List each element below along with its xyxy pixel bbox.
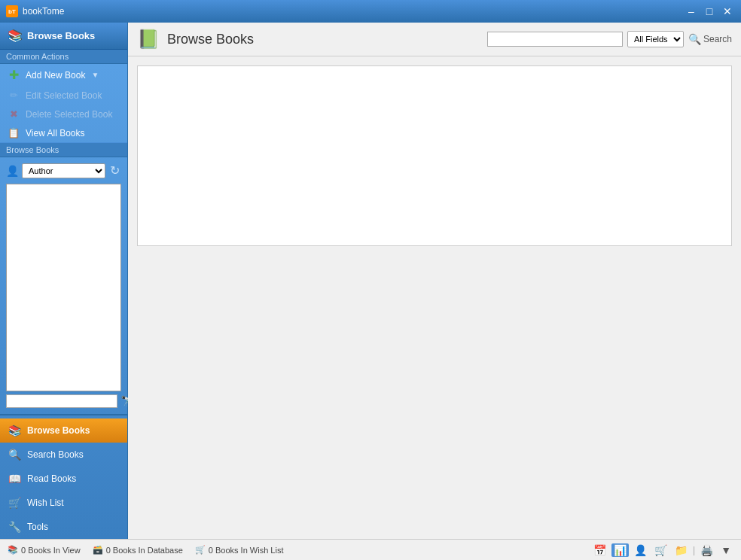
books-in-wishlist-label: 0 Books In Wish List [209, 546, 284, 555]
books-in-view-label: 0 Books In View [21, 546, 81, 555]
status-print-button[interactable]: 🖨️ [698, 543, 715, 557]
browse-search-area: 🔭 [0, 391, 127, 411]
author-select-wrapper: 👤 Author Title Genre Publisher [6, 163, 105, 178]
status-books-in-database: 🗃️ 0 Books In Database [93, 545, 183, 555]
app-logo: bT [6, 5, 18, 17]
nav-item-wish-list[interactable]: 🛒 Wish List [0, 491, 127, 515]
sidebar-item-delete-selected-book[interactable]: ✖ Delete Selected Book [0, 105, 127, 123]
sidebar-book-icon: 📚 [8, 29, 23, 43]
nav-item-browse-books[interactable]: 📚 Browse Books [0, 418, 127, 443]
browse-books-nav-icon: 📚 [8, 425, 21, 437]
status-books-in-wishlist: 🛒 0 Books In Wish List [195, 545, 284, 555]
status-print-arrow-button[interactable]: ▼ [718, 543, 733, 557]
common-actions-label: Common Actions [0, 50, 127, 64]
status-grid-button[interactable]: 📊 [611, 543, 629, 557]
browse-books-nav-label: Browse Books [27, 425, 90, 436]
refresh-button[interactable]: ↻ [108, 162, 121, 179]
page-title: Browse Books [167, 32, 254, 47]
status-folder-button[interactable]: 📁 [672, 543, 690, 557]
sidebar-item-view-all-books[interactable]: 📋 View All Books [0, 123, 127, 142]
search-books-nav-icon: 🔍 [8, 449, 21, 461]
status-bar: 📚 0 Books In View 🗃️ 0 Books In Database… [0, 539, 741, 560]
author-dropdown[interactable]: Author Title Genre Publisher [22, 163, 105, 178]
browse-search-input[interactable] [6, 394, 117, 408]
status-calendar-button[interactable]: 📅 [591, 543, 608, 557]
main-content: 📗 Browse Books All Fields Title Author G… [128, 23, 741, 539]
field-select[interactable]: All Fields Title Author Genre [627, 31, 684, 47]
add-icon: ✚ [8, 68, 20, 82]
wish-list-nav-label: Wish List [27, 498, 64, 508]
search-button-label: Search [703, 34, 732, 44]
sidebar-title: Browse Books [27, 30, 95, 41]
app-title: bookTome [23, 6, 64, 17]
nav-item-read-books[interactable]: 📖 Read Books [0, 467, 127, 491]
books-in-wishlist-icon: 🛒 [195, 545, 206, 555]
close-button[interactable]: ✕ [720, 4, 735, 19]
add-new-book-label: Add New Book [26, 70, 85, 81]
sidebar-item-edit-selected-book[interactable]: ✏ Edit Selected Book [0, 86, 127, 105]
author-icon: 👤 [6, 165, 19, 177]
sidebar-divider [0, 414, 127, 415]
status-items: 📚 0 Books In View 🗃️ 0 Books In Database… [8, 545, 283, 555]
edit-icon: ✏ [8, 90, 20, 101]
status-icon-buttons: 📅 📊 👤 🛒 📁 | 🖨️ ▼ [591, 543, 733, 557]
edit-selected-book-label: Edit Selected Book [26, 90, 102, 101]
books-in-view-icon: 📚 [8, 545, 18, 555]
read-books-nav-label: Read Books [27, 473, 76, 484]
search-button[interactable]: 🔍 Search [688, 33, 732, 45]
books-in-database-icon: 🗃️ [93, 545, 103, 555]
wish-list-nav-icon: 🛒 [8, 497, 21, 509]
nav-item-search-books[interactable]: 🔍 Search Books [0, 443, 127, 467]
title-bar: bT bookTome – □ ✕ [0, 0, 741, 23]
add-arrow-icon: ▼ [91, 71, 99, 79]
search-icon: 🔍 [688, 33, 701, 45]
books-in-database-label: 0 Books In Database [106, 546, 183, 555]
read-books-nav-icon: 📖 [8, 473, 21, 485]
page-icon: 📗 [137, 29, 160, 50]
browse-list-area [6, 184, 121, 391]
status-cart-button[interactable]: 🛒 [652, 543, 669, 557]
status-separator: | [693, 545, 695, 555]
book-display [128, 56, 741, 539]
minimize-button[interactable]: – [684, 4, 699, 19]
search-area: All Fields Title Author Genre 🔍 Search [487, 31, 732, 47]
maximize-button[interactable]: □ [702, 4, 717, 19]
status-books-in-view: 📚 0 Books In View [8, 545, 81, 555]
delete-selected-book-label: Delete Selected Book [26, 109, 112, 120]
sidebar: 📚 Browse Books Common Actions ✚ Add New … [0, 23, 128, 539]
browse-section-label: Browse Books [0, 142, 127, 157]
search-books-nav-label: Search Books [27, 449, 84, 460]
tools-nav-label: Tools [27, 522, 48, 532]
delete-icon: ✖ [8, 108, 20, 120]
title-bar-left: bT bookTome [6, 5, 64, 17]
status-person-button[interactable]: 👤 [632, 543, 649, 557]
title-bar-controls: – □ ✕ [684, 4, 735, 19]
search-input[interactable] [487, 32, 623, 47]
view-all-icon: 📋 [8, 127, 20, 138]
app-body: 📚 Browse Books Common Actions ✚ Add New … [0, 23, 741, 539]
nav-item-tools[interactable]: 🔧 Tools [0, 515, 127, 539]
sidebar-header: 📚 Browse Books [0, 23, 127, 50]
top-bar: 📗 Browse Books All Fields Title Author G… [128, 23, 741, 56]
view-all-books-label: View All Books [26, 128, 85, 138]
browse-controls: 👤 Author Title Genre Publisher ↻ [0, 157, 127, 184]
sidebar-item-add-new-book[interactable]: ✚ Add New Book ▼ [0, 64, 127, 86]
page-title-area: 📗 Browse Books [137, 29, 254, 50]
book-panel [137, 65, 732, 246]
tools-nav-icon: 🔧 [8, 521, 21, 533]
